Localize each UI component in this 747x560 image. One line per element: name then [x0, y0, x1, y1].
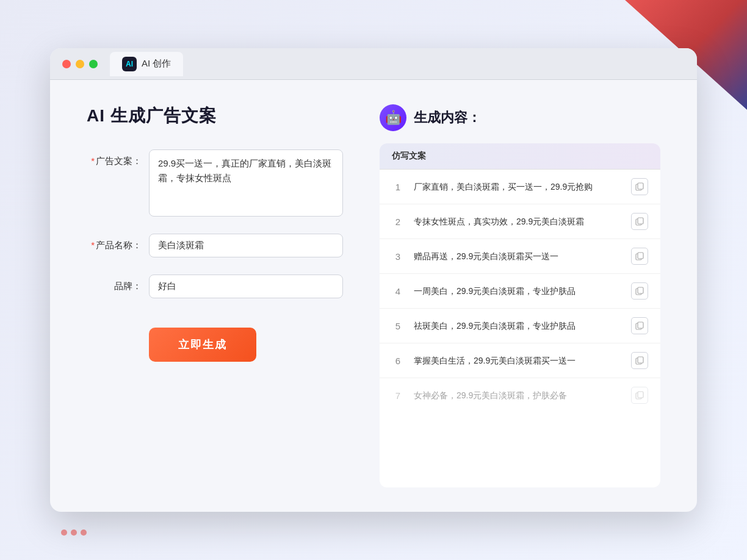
- result-row: 7 女神必备，29.9元美白淡斑霜，护肤必备: [380, 378, 660, 412]
- row-text: 祛斑美白，29.9元美白淡斑霜，专业护肤品: [414, 320, 621, 332]
- result-row: 1 厂家直销，美白淡斑霜，买一送一，29.9元抢购: [380, 170, 660, 204]
- copy-button[interactable]: [631, 248, 648, 265]
- required-star-2: *: [91, 240, 95, 250]
- product-name-label: *产品名称：: [87, 234, 142, 251]
- minimize-button[interactable]: [76, 60, 84, 68]
- result-row: 2 专抹女性斑点，真实功效，29.9元美白淡斑霜: [380, 204, 660, 239]
- row-text: 专抹女性斑点，真实功效，29.9元美白淡斑霜: [414, 215, 621, 228]
- copy-button[interactable]: [631, 213, 648, 230]
- result-row: 6 掌握美白生活，29.9元美白淡斑霜买一送一: [380, 343, 660, 378]
- svg-rect-7: [638, 287, 643, 293]
- browser-window: AI AI 创作 AI 生成广告文案 *广告文案： 29.9买一送一，真正的厂家…: [50, 48, 697, 512]
- row-number: 1: [392, 182, 404, 192]
- svg-rect-5: [638, 253, 643, 259]
- copy-button[interactable]: [631, 178, 648, 195]
- required-star-1: *: [91, 156, 95, 166]
- row-text: 女神必备，29.9元美白淡斑霜，护肤必备: [414, 389, 621, 402]
- svg-rect-11: [638, 357, 643, 363]
- tab-label: AI 创作: [142, 58, 171, 70]
- svg-rect-3: [638, 218, 643, 224]
- results-list: 1 厂家直销，美白淡斑霜，买一送一，29.9元抢购 2 专抹女性斑点，真实功效，…: [380, 170, 660, 412]
- product-name-group: *产品名称： 美白淡斑霜: [87, 234, 343, 257]
- svg-rect-9: [638, 322, 643, 328]
- right-panel: 🤖 生成内容： 仿写文案 1 厂家直销，美白淡斑霜，买一送一，29.9元抢购 2…: [380, 104, 660, 487]
- brand-input[interactable]: 好白: [149, 275, 343, 298]
- result-row: 5 祛斑美白，29.9元美白淡斑霜，专业护肤品: [380, 309, 660, 343]
- maximize-button[interactable]: [89, 60, 98, 68]
- row-number: 3: [392, 251, 404, 262]
- decorative-dots: [61, 529, 87, 536]
- result-row: 3 赠品再送，29.9元美白淡斑霜买一送一: [380, 239, 660, 274]
- copy-button[interactable]: [631, 317, 648, 334]
- close-button[interactable]: [62, 60, 71, 68]
- results-table-header: 仿写文案: [380, 143, 660, 170]
- product-name-input[interactable]: 美白淡斑霜: [149, 234, 343, 257]
- generate-button[interactable]: 立即生成: [149, 328, 256, 362]
- row-number: 2: [392, 217, 404, 227]
- ad-copy-textarea[interactable]: 29.9买一送一，真正的厂家直销，美白淡斑霜，专抹女性斑点: [149, 149, 343, 217]
- copy-button[interactable]: [631, 387, 648, 404]
- row-number: 5: [392, 321, 404, 331]
- tab-ai-creation[interactable]: AI AI 创作: [110, 52, 183, 76]
- row-text: 一周美白，29.9元美白淡斑霜，专业护肤品: [414, 285, 621, 298]
- copy-button[interactable]: [631, 352, 648, 369]
- titlebar: AI AI 创作: [50, 48, 697, 80]
- row-number: 4: [392, 286, 404, 296]
- page-title: AI 生成广告文案: [87, 104, 343, 127]
- results-table: 仿写文案 1 厂家直销，美白淡斑霜，买一送一，29.9元抢购 2 专抹女性斑点，…: [380, 143, 660, 487]
- result-title: 生成内容：: [414, 109, 481, 127]
- ad-copy-label: *广告文案：: [87, 149, 142, 167]
- brand-label: 品牌：: [87, 275, 142, 292]
- row-text: 赠品再送，29.9元美白淡斑霜买一送一: [414, 250, 621, 263]
- row-text: 厂家直销，美白淡斑霜，买一送一，29.9元抢购: [414, 181, 621, 193]
- result-row: 4 一周美白，29.9元美白淡斑霜，专业护肤品: [380, 274, 660, 309]
- row-number: 7: [392, 390, 404, 401]
- brand-group: 品牌： 好白: [87, 275, 343, 298]
- row-number: 6: [392, 356, 404, 366]
- copy-button[interactable]: [631, 282, 648, 300]
- ad-copy-group: *广告文案： 29.9买一送一，真正的厂家直销，美白淡斑霜，专抹女性斑点: [87, 149, 343, 217]
- result-header: 🤖 生成内容：: [380, 104, 660, 131]
- robot-icon: 🤖: [380, 104, 406, 131]
- svg-rect-1: [638, 183, 643, 189]
- traffic-lights: [62, 60, 98, 68]
- tab-ai-icon: AI: [122, 57, 137, 71]
- row-text: 掌握美白生活，29.9元美白淡斑霜买一送一: [414, 354, 621, 367]
- left-panel: AI 生成广告文案 *广告文案： 29.9买一送一，真正的厂家直销，美白淡斑霜，…: [87, 104, 343, 487]
- main-content: AI 生成广告文案 *广告文案： 29.9买一送一，真正的厂家直销，美白淡斑霜，…: [50, 80, 697, 512]
- svg-rect-13: [638, 392, 643, 398]
